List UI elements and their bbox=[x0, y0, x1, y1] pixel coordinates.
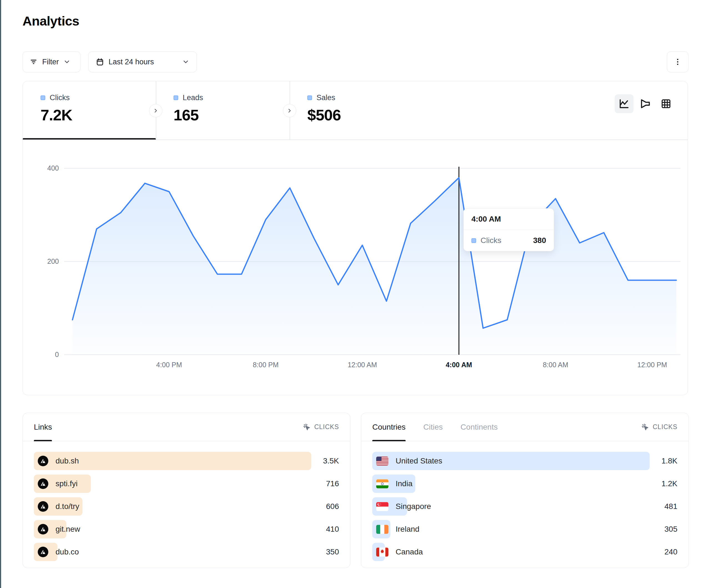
cursor-click-icon bbox=[641, 423, 649, 431]
link-clicks-value: 410 bbox=[326, 520, 339, 538]
y-tick-200: 200 bbox=[28, 257, 59, 266]
table-row[interactable]: spti.fyi 716 bbox=[34, 475, 339, 493]
flag-singapore-icon bbox=[376, 502, 388, 511]
country-label: United States bbox=[395, 456, 442, 466]
table-row[interactable]: Singapore 481 bbox=[372, 497, 677, 516]
stat-label: Leads bbox=[183, 93, 203, 102]
link-label: git.new bbox=[56, 525, 80, 534]
table-row[interactable]: India 1.2K bbox=[372, 475, 677, 493]
table-row[interactable]: dub.sh 3.5K bbox=[34, 452, 339, 470]
area-chart-svg bbox=[64, 167, 681, 355]
countries-metric-header[interactable]: CLICKS bbox=[641, 413, 677, 441]
table-row[interactable]: d.to/try 606 bbox=[34, 497, 339, 516]
y-tick-0: 0 bbox=[28, 350, 59, 359]
more-options-button[interactable] bbox=[667, 51, 689, 72]
link-label: spti.fyi bbox=[56, 479, 78, 488]
x-tick: 12:00 AM bbox=[348, 361, 377, 369]
tab-leads[interactable]: Leads 165 bbox=[156, 81, 289, 139]
chevron-right-icon bbox=[286, 108, 293, 114]
table-row[interactable]: dub.co 350 bbox=[34, 543, 339, 561]
tab-countries[interactable]: Countries bbox=[372, 413, 406, 441]
country-clicks-value: 1.8K bbox=[661, 452, 677, 470]
tab-sales[interactable]: Sales $506 bbox=[289, 81, 423, 139]
table-row[interactable]: United States 1.8K bbox=[372, 452, 677, 470]
chevron-down-icon bbox=[182, 58, 189, 65]
link-clicks-value: 716 bbox=[326, 475, 339, 493]
link-clicks-value: 3.5K bbox=[323, 452, 339, 470]
tab-links[interactable]: Links bbox=[34, 413, 52, 441]
line-chart-icon bbox=[618, 98, 630, 110]
tab-continents[interactable]: Continents bbox=[460, 413, 498, 441]
filter-button[interactable]: Filter bbox=[22, 51, 81, 72]
tooltip-value: 380 bbox=[533, 236, 546, 245]
country-clicks-value: 305 bbox=[664, 520, 677, 538]
x-tick: 12:00 PM bbox=[638, 361, 667, 369]
x-tick-active: 4:00 AM bbox=[446, 361, 472, 369]
page-title: Analytics bbox=[22, 13, 79, 28]
dub-logo-icon bbox=[38, 547, 48, 557]
tab-cities[interactable]: Cities bbox=[423, 413, 443, 441]
tooltip-time: 4:00 AM bbox=[464, 208, 554, 230]
funnel-chart-icon bbox=[639, 98, 651, 110]
flag-canada-icon bbox=[376, 547, 388, 557]
link-clicks-value: 606 bbox=[326, 497, 339, 516]
expand-leads-button[interactable] bbox=[149, 104, 163, 117]
y-tick-400: 400 bbox=[28, 164, 59, 172]
table-row[interactable]: Ireland 305 bbox=[372, 520, 677, 538]
link-clicks-value: 350 bbox=[326, 543, 339, 561]
calendar-icon bbox=[96, 58, 104, 66]
view-funnel-button[interactable] bbox=[635, 94, 654, 113]
tooltip-legend-square bbox=[471, 238, 476, 243]
cursor-click-icon bbox=[303, 423, 311, 431]
metric-label: CLICKS bbox=[653, 423, 677, 431]
x-tick: 4:00 PM bbox=[156, 361, 182, 369]
stat-value: 7.2K bbox=[41, 106, 156, 124]
dub-logo-icon bbox=[38, 501, 48, 512]
x-tick: 8:00 AM bbox=[543, 361, 568, 369]
country-clicks-value: 240 bbox=[664, 543, 677, 561]
x-tick: 8:00 PM bbox=[253, 361, 278, 369]
link-label: d.to/try bbox=[56, 502, 80, 511]
dub-logo-icon bbox=[38, 456, 48, 466]
window-edge-strip bbox=[0, 0, 1, 588]
expand-sales-button[interactable] bbox=[283, 104, 296, 117]
countries-rows: United States 1.8K India 1.2K Singapore … bbox=[372, 452, 677, 566]
stat-label: Clicks bbox=[50, 93, 70, 102]
country-label: Singapore bbox=[395, 502, 431, 511]
dub-logo-icon bbox=[38, 524, 48, 535]
view-line-chart-button[interactable] bbox=[615, 94, 633, 113]
stat-value: $506 bbox=[307, 106, 423, 124]
filter-lines-icon bbox=[29, 58, 38, 66]
kebab-menu-icon bbox=[673, 58, 682, 66]
dub-logo-icon bbox=[38, 478, 48, 489]
country-clicks-value: 481 bbox=[664, 497, 677, 516]
metric-label: CLICKS bbox=[314, 423, 339, 431]
link-label: dub.sh bbox=[56, 456, 79, 466]
country-label: India bbox=[395, 479, 413, 488]
filter-button-label: Filter bbox=[42, 58, 59, 66]
links-panel-header: Links CLICKS bbox=[23, 413, 350, 441]
leads-legend-square bbox=[173, 95, 178, 100]
clicks-legend-square bbox=[41, 95, 45, 100]
links-rows: dub.sh 3.5K spti.fyi 716 d.to/try 606 bbox=[34, 452, 339, 566]
stat-label: Sales bbox=[317, 93, 336, 102]
clicks-area-chart[interactable]: 400 200 0 4:00 PM 8:00 PM 12:00 AM 4:00 … bbox=[64, 167, 681, 355]
sales-legend-square bbox=[307, 95, 312, 100]
view-table-button[interactable] bbox=[656, 94, 675, 113]
tooltip-series-label: Clicks bbox=[480, 236, 501, 245]
country-label: Canada bbox=[395, 547, 423, 557]
tab-clicks[interactable]: Clicks 7.2K bbox=[23, 81, 156, 139]
chevron-right-icon bbox=[153, 108, 159, 114]
flag-us-icon bbox=[376, 456, 388, 466]
stat-value: 165 bbox=[173, 106, 289, 124]
table-row[interactable]: git.new 410 bbox=[34, 520, 339, 538]
link-label: dub.co bbox=[56, 547, 79, 557]
table-row[interactable]: Canada 240 bbox=[372, 543, 677, 561]
date-range-button[interactable]: Last 24 hours bbox=[88, 51, 197, 72]
countries-panel: Countries Cities Continents CLICKS Unite… bbox=[361, 413, 689, 568]
country-label: Ireland bbox=[395, 525, 419, 534]
flag-india-icon bbox=[376, 479, 388, 489]
chart-tooltip: 4:00 AM Clicks 380 bbox=[464, 208, 554, 251]
table-grid-icon bbox=[660, 98, 672, 110]
links-metric-header[interactable]: CLICKS bbox=[303, 413, 339, 441]
